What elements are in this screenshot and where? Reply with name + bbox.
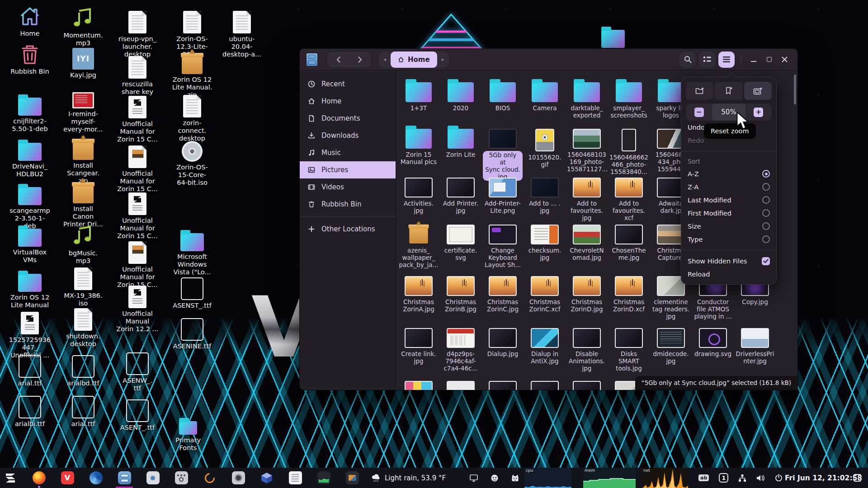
file-item[interactable]: Dialup.jpg	[483, 328, 523, 357]
file-item[interactable]: certificate. svg	[441, 225, 481, 261]
desktop-icon[interactable]: Unofficial Manual for Zorin 15 C...	[112, 241, 163, 289]
keyboard-layout-indicator[interactable]: ab	[698, 474, 709, 481]
folder-item[interactable]: Zorin Lite	[441, 129, 481, 158]
breadcrumb-right-icon[interactable]: ▸	[437, 52, 449, 68]
desktop-icon[interactable]: zorin- connect. desktop	[167, 95, 217, 142]
file-item[interactable]: 1560468662 466_photo- 15583840...	[609, 129, 649, 175]
file-item[interactable]: Create link. jpg	[399, 328, 439, 365]
file-item[interactable]: dmidecode. jpg	[651, 328, 691, 365]
desktop-icon[interactable]: MX-19_386. iso	[58, 267, 108, 307]
file-item[interactable]: 5Gb only at Sync cloud. jpg	[483, 129, 523, 181]
power-icon[interactable]	[775, 474, 783, 482]
file-item[interactable]: azenis_ wallpaper_ pack_by_ja...	[399, 225, 439, 268]
desktop-icon[interactable]: bgMusic. mp3	[58, 225, 108, 265]
back-button[interactable]	[329, 52, 347, 67]
file-item[interactable]: ChevroletN omad.jpg	[567, 225, 607, 261]
desktop-icon[interactable]: ASENINE.ttf	[167, 318, 217, 350]
workspace-indicator[interactable]: 1	[719, 473, 728, 483]
desktop-icon[interactable]: Primary Fonts	[163, 415, 213, 452]
taskbar-app-virtualbox[interactable]	[260, 471, 274, 485]
sidebar-item-documents[interactable]: Documents	[300, 110, 396, 127]
minimize-button[interactable]	[746, 52, 761, 67]
file-item[interactable]: ChosenThe me.jpg	[609, 225, 649, 261]
file-item[interactable]: 1560468103 169_photo- 155871127...	[567, 129, 607, 173]
file-item[interactable]: Activities. jpg	[399, 178, 439, 214]
sidebar-item-videos[interactable]: Videos	[300, 178, 396, 196]
desktop-icon[interactable]: IYIKayi.jpg	[58, 48, 108, 79]
breadcrumb-left-icon[interactable]: ◂	[379, 52, 391, 68]
hamburger-menu-button[interactable]	[718, 52, 735, 68]
file-item[interactable]: Add to favourites. xcf	[609, 178, 649, 221]
desktop-icon[interactable]: Unofficial Manual for Zorin 15 C...	[112, 96, 163, 143]
desktop-icon[interactable]: VirtualBox VMs	[5, 225, 55, 264]
desktop-icon[interactable]: Install Canon Printer Dri...	[58, 182, 108, 228]
desktop-icon[interactable]: Momentum. mp3	[58, 7, 108, 47]
menu-item-a-z[interactable]: A-Z	[686, 167, 772, 180]
folder-item[interactable]: darktable_ exported	[567, 82, 607, 119]
show-desktop-button[interactable]	[854, 474, 861, 482]
desktop-icon[interactable]: ASENT_.ttf	[112, 399, 163, 432]
close-button[interactable]	[777, 52, 792, 67]
add-bookmark-button[interactable]	[715, 82, 742, 100]
taskbar-app-zorin-menu[interactable]	[4, 471, 17, 485]
desktop-icon[interactable]: cnijfilter2- 5.50-1-deb	[5, 94, 55, 133]
file-item-partial[interactable]	[483, 381, 523, 390]
view-toggle-button[interactable]	[699, 52, 715, 68]
file-item-partial[interactable]	[399, 381, 439, 390]
new-window-button[interactable]	[744, 82, 772, 100]
desktop-icon[interactable]: ubuntu- 20.04- desktop-a...	[217, 11, 267, 58]
new-folder-button[interactable]	[686, 82, 713, 100]
desktop-icon[interactable]: riseup-vpn_ launcher. desktop	[112, 11, 163, 58]
clock[interactable]: Fri Jun 12, 21:02:58	[785, 468, 862, 488]
desktop-icon[interactable]: Unofficial Manual for Zorin 15 C...	[112, 192, 163, 240]
folder-item[interactable]: smplayer_ screenshots	[609, 82, 649, 119]
menu-item-last-modified[interactable]: Last Modified	[686, 193, 772, 206]
sidebar-item-rubbish-bin[interactable]: Rubbish Bin	[300, 196, 396, 213]
search-button[interactable]	[679, 52, 696, 68]
taskbar-app-thunderbird[interactable]	[89, 471, 103, 485]
taskbar-app-vivaldi[interactable]: V	[61, 471, 74, 485]
file-item[interactable]: Change Keyboard Layout Sh...	[483, 225, 523, 268]
file-item[interactable]: Add Printer. jpg	[441, 178, 481, 214]
taskbar-app-system-monitor[interactable]	[317, 471, 330, 485]
sidebar-item-home[interactable]: Home	[300, 93, 396, 110]
desktop-icon[interactable]: Microsoft Windows Vista ("Lo...	[167, 230, 217, 276]
desktop-icon[interactable]: Install Scangear. zip	[58, 138, 108, 185]
desktop-icon[interactable]: DriveNavi_ HDLBU2	[5, 139, 55, 178]
maximize-button[interactable]	[761, 52, 777, 67]
folder-item[interactable]: Camera	[525, 82, 565, 112]
zoom-out-button[interactable]: −	[686, 103, 712, 121]
desktop-icon[interactable]: I-remind- myself- every-mor...	[58, 89, 108, 133]
desktop-icon[interactable]: scangearmp 2-3.50-1- deb	[5, 183, 55, 230]
taskbar-app-firefox[interactable]	[32, 471, 46, 485]
menu-item-show-hidden-files[interactable]: Show Hidden Files	[686, 254, 772, 267]
forward-button[interactable]	[351, 52, 369, 67]
file-item[interactable]: Christmas ZorinD.xcf	[609, 276, 649, 313]
desktop-icon[interactable]: ASENW_. ttf	[112, 352, 163, 392]
menu-item-type[interactable]: Type	[686, 233, 772, 246]
folder-item[interactable]: BIOS	[483, 82, 523, 112]
file-item[interactable]: Christmas ZorinC.xcf	[525, 276, 565, 313]
taskbar-app-system-updater[interactable]	[203, 471, 217, 485]
breadcrumb-home-tab[interactable]: Home	[391, 52, 437, 68]
desktop-icon[interactable]: arial.ttf	[58, 396, 108, 428]
file-item[interactable]: checksum. jpg	[525, 225, 565, 261]
taskbar-app-screenshot-tool[interactable]	[231, 471, 245, 485]
net-graph[interactable]: net	[642, 468, 688, 488]
sidebar-item-recent[interactable]: Recent	[300, 75, 396, 93]
desktop-icon[interactable]: Unofficial Manual for Zorin 15 C...	[112, 145, 163, 193]
scrollbar[interactable]	[794, 75, 796, 104]
folder-item[interactable]: 2020	[441, 82, 481, 112]
file-item[interactable]: Christmas ZorinA.jpg	[399, 276, 439, 313]
sidebar-item-pictures[interactable]: Pictures	[300, 161, 396, 178]
desktop-icon[interactable]: Rubbish Bin	[5, 43, 55, 75]
desktop-icon[interactable]: Home	[5, 5, 55, 38]
file-item-partial[interactable]	[441, 381, 481, 390]
file-item[interactable]: 10155620. gif	[525, 129, 565, 168]
weather-widget[interactable]: Light rain, 53.9 °F	[372, 468, 446, 488]
menu-item-first-modified[interactable]: First Modified	[686, 206, 772, 220]
cpu-graph[interactable]: cpu	[524, 468, 571, 488]
taskbar-app-files[interactable]	[118, 471, 131, 485]
desktop-icon[interactable]: shutdown. desktop	[58, 308, 108, 348]
display-indicator-icon[interactable]	[469, 474, 478, 482]
